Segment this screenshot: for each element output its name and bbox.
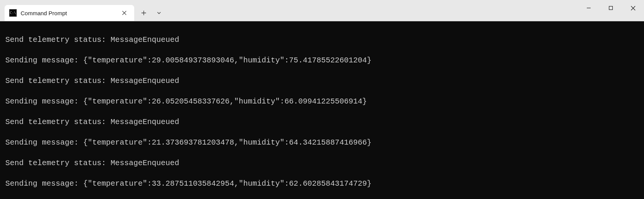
- titlebar: C:\ Command Prompt: [0, 0, 644, 21]
- terminal-line: Sending message: {"temperature":21.37369…: [5, 137, 639, 148]
- maximize-icon: [609, 6, 613, 10]
- tab-close-button[interactable]: [120, 8, 129, 18]
- terminal-output[interactable]: Send telemetry status: MessageEnqueued S…: [0, 21, 644, 199]
- window-controls: [578, 0, 644, 21]
- terminal-line: Sending message: {"temperature":26.05205…: [5, 96, 639, 107]
- close-icon: [631, 6, 636, 11]
- svg-rect-0: [609, 6, 613, 10]
- plus-icon: [141, 10, 146, 16]
- tab-dropdown-button[interactable]: [152, 6, 166, 20]
- terminal-line: Send telemetry status: MessageEnqueued: [5, 76, 639, 86]
- terminal-line: Sending message: {"temperature":33.28751…: [5, 178, 639, 189]
- new-tab-button[interactable]: [137, 6, 151, 20]
- terminal-window: C:\ Command Prompt: [0, 0, 644, 199]
- maximize-button[interactable]: [600, 0, 622, 16]
- chevron-down-icon: [157, 11, 161, 15]
- cmd-icon: C:\: [9, 9, 17, 17]
- tab-command-prompt[interactable]: C:\ Command Prompt: [5, 5, 134, 21]
- minimize-button[interactable]: [578, 0, 600, 16]
- minimize-icon: [586, 6, 591, 10]
- terminal-line: Send telemetry status: MessageEnqueued: [5, 117, 639, 127]
- close-window-button[interactable]: [622, 0, 644, 16]
- tab-strip: C:\ Command Prompt: [0, 0, 166, 21]
- terminal-line: Send telemetry status: MessageEnqueued: [5, 158, 639, 168]
- tab-title: Command Prompt: [21, 10, 116, 16]
- terminal-line: Sending message: {"temperature":29.00584…: [5, 55, 639, 65]
- close-icon: [122, 11, 127, 15]
- terminal-line: Send telemetry status: MessageEnqueued: [5, 35, 639, 45]
